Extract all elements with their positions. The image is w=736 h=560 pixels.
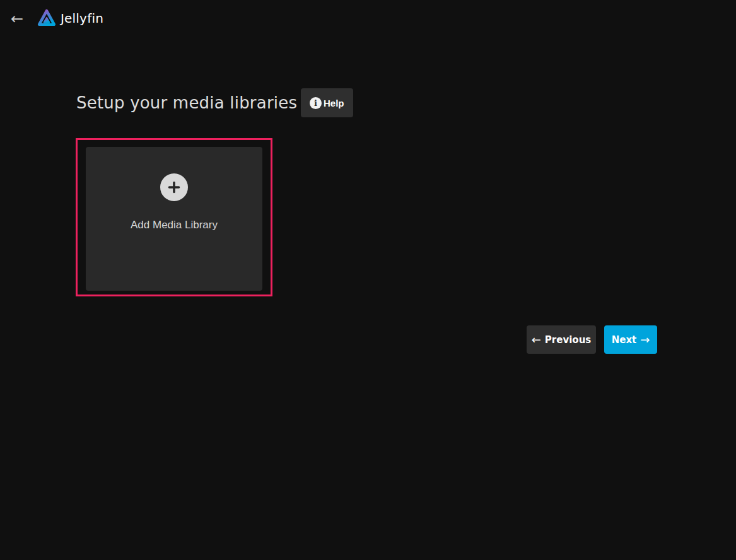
add-media-library-label: Add Media Library <box>86 219 262 231</box>
next-button[interactable]: Next → <box>604 325 657 354</box>
arrow-right-icon: → <box>640 334 650 346</box>
info-icon: i <box>310 97 322 109</box>
header-bar: ← Jellyfin <box>0 0 736 37</box>
add-media-library-card[interactable]: Add Media Library <box>86 147 262 291</box>
app-title: Jellyfin <box>61 11 103 26</box>
jellyfin-logo-icon <box>36 7 57 30</box>
help-button[interactable]: i Help <box>301 88 353 117</box>
setup-wizard-screen: ← Jellyfin Setup your media libraries i … <box>0 0 736 560</box>
back-arrow-icon: ← <box>11 10 23 28</box>
plus-icon <box>160 173 188 201</box>
help-button-label: Help <box>324 98 344 108</box>
arrow-left-icon: ← <box>532 334 541 346</box>
previous-button-label: Previous <box>545 334 591 346</box>
next-button-label: Next <box>612 334 637 346</box>
back-button[interactable]: ← <box>6 9 28 29</box>
previous-button[interactable]: ← Previous <box>527 325 596 354</box>
add-library-card-focus-ring: Add Media Library <box>76 138 272 296</box>
page-title: Setup your media libraries <box>76 93 297 112</box>
